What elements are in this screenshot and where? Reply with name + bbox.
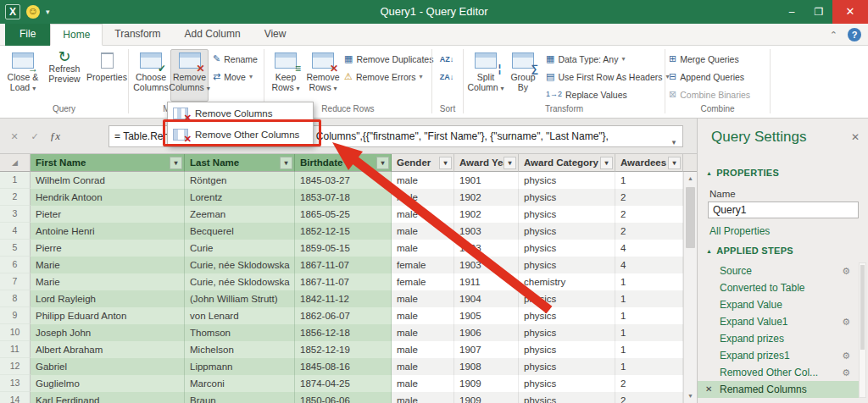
applied-step-source[interactable]: Source⚙ bbox=[698, 262, 860, 279]
remove-errors-button[interactable]: ⚠ Remove Errors ▾ bbox=[344, 69, 423, 85]
filter-dropdown-icon[interactable]: ▾ bbox=[668, 157, 681, 169]
table-cell[interactable]: Marie bbox=[31, 257, 185, 273]
table-cell[interactable]: Wilhelm Conrad bbox=[31, 172, 185, 189]
table-cell[interactable]: 1902 bbox=[454, 206, 519, 223]
refresh-preview-button[interactable]: ↻ Refresh Preview bbox=[44, 49, 85, 102]
table-cell[interactable]: 1 bbox=[615, 341, 683, 358]
table-cell[interactable]: 1867-11-07 bbox=[295, 257, 392, 273]
table-cell[interactable]: 1908 bbox=[454, 358, 519, 375]
applied-step-renamed-columns[interactable]: ✕Renamed Columns bbox=[698, 381, 860, 398]
table-cell[interactable]: Joseph John bbox=[31, 324, 185, 341]
table-cell[interactable]: 1906 bbox=[454, 324, 519, 341]
close-button[interactable]: ✕ bbox=[832, 0, 868, 24]
table-cell[interactable]: Karl Ferdinand bbox=[31, 392, 185, 403]
keep-rows-button[interactable]: ≡ Keep Rows ▾ bbox=[268, 49, 303, 102]
table-cell[interactable]: Thomson bbox=[185, 324, 295, 341]
replace-values-button[interactable]: 1→2 Replace Values bbox=[546, 86, 627, 102]
column-header-award-year[interactable]: Award Year▾ bbox=[454, 154, 519, 172]
row-number[interactable]: 10 bbox=[0, 324, 31, 341]
scroll-down-icon[interactable]: ▼ bbox=[684, 389, 697, 403]
row-number[interactable]: 13 bbox=[0, 375, 31, 392]
query-name-input[interactable] bbox=[708, 202, 859, 218]
table-cell[interactable]: physics bbox=[519, 223, 615, 240]
column-header-first-name[interactable]: First Name▾ bbox=[31, 154, 185, 172]
table-cell[interactable]: Lord Rayleigh bbox=[31, 290, 185, 307]
table-cell[interactable]: von Lenard bbox=[185, 307, 295, 324]
table-cell[interactable]: 1903 bbox=[454, 240, 519, 257]
table-cell[interactable]: Guglielmo bbox=[31, 375, 185, 392]
formula-fx-icon[interactable]: ƒx bbox=[47, 129, 63, 144]
table-cell[interactable]: 1911 bbox=[454, 273, 519, 290]
table-cell[interactable]: 1 bbox=[615, 307, 683, 324]
gear-icon[interactable]: ⚙ bbox=[842, 364, 850, 381]
data-type-button[interactable]: ▦ Data Type: Any ▾ bbox=[546, 51, 625, 67]
filter-dropdown-icon[interactable]: ▾ bbox=[280, 157, 292, 169]
row-number[interactable]: 7 bbox=[0, 273, 31, 290]
tab-view[interactable]: View bbox=[253, 24, 298, 46]
steps-scrollbar-thumb[interactable] bbox=[860, 265, 865, 350]
table-cell[interactable]: 1850-06-06 bbox=[295, 392, 392, 403]
column-header-birthdate[interactable]: Birthdate▾ bbox=[295, 154, 392, 172]
table-cell[interactable]: physics bbox=[519, 307, 615, 324]
table-cell[interactable]: 1 bbox=[615, 358, 683, 375]
table-cell[interactable]: male bbox=[392, 172, 454, 189]
table-cell[interactable]: physics bbox=[519, 257, 615, 273]
row-number[interactable]: 6 bbox=[0, 257, 31, 273]
table-cell[interactable]: male bbox=[392, 341, 454, 358]
table-cell[interactable]: Hendrik Antoon bbox=[31, 189, 185, 206]
table-cell[interactable]: 1845-08-16 bbox=[295, 358, 392, 375]
table-cell[interactable]: physics bbox=[519, 375, 615, 392]
table-cell[interactable]: Antoine Henri bbox=[31, 223, 185, 240]
filter-dropdown-icon[interactable]: ▾ bbox=[170, 157, 182, 169]
table-cell[interactable]: Curie, née Sklodowska bbox=[185, 273, 295, 290]
table-cell[interactable]: 1904 bbox=[454, 290, 519, 307]
table-cell[interactable]: male bbox=[392, 375, 454, 392]
table-cell[interactable]: 1 bbox=[615, 324, 683, 341]
maximize-button[interactable]: ❐ bbox=[805, 0, 832, 24]
row-number[interactable]: 1 bbox=[0, 172, 31, 189]
table-cell[interactable]: 1 bbox=[615, 172, 683, 189]
table-cell[interactable]: Pierre bbox=[31, 240, 185, 257]
table-cell[interactable]: 1842-11-12 bbox=[295, 290, 392, 307]
column-header-awardees[interactable]: Awardees▾ bbox=[615, 154, 683, 172]
delete-step-icon[interactable]: ✕ bbox=[705, 381, 712, 398]
table-cell[interactable]: male bbox=[392, 206, 454, 223]
table-cell[interactable]: 1853-07-18 bbox=[295, 189, 392, 206]
append-queries-button[interactable]: ⊟ Append Queries bbox=[669, 69, 744, 85]
table-cell[interactable]: Curie, née Sklodowska bbox=[185, 257, 295, 273]
table-cell[interactable]: male bbox=[392, 223, 454, 240]
column-header-award-category[interactable]: Award Category▾ bbox=[519, 154, 615, 172]
tab-add-column[interactable]: Add Column bbox=[173, 24, 253, 46]
table-cell[interactable]: 1902 bbox=[454, 189, 519, 206]
table-cell[interactable]: Gabriel bbox=[31, 358, 185, 375]
row-number[interactable]: 2 bbox=[0, 189, 31, 206]
table-cell[interactable]: 1874-04-25 bbox=[295, 375, 392, 392]
table-cell[interactable]: physics bbox=[519, 358, 615, 375]
table-cell[interactable]: 2 bbox=[615, 206, 683, 223]
table-cell[interactable]: Becquerel bbox=[185, 223, 295, 240]
applied-step-expand-value1[interactable]: Expand Value1⚙ bbox=[698, 313, 860, 330]
tab-transform[interactable]: Transform bbox=[103, 24, 172, 46]
steps-scrollbar[interactable] bbox=[859, 262, 866, 398]
table-cell[interactable]: 2 bbox=[615, 375, 683, 392]
table-cell[interactable]: 1903 bbox=[454, 257, 519, 273]
gear-icon[interactable]: ⚙ bbox=[842, 313, 850, 330]
table-cell[interactable]: Michelson bbox=[185, 341, 295, 358]
filter-dropdown-icon[interactable]: ▾ bbox=[439, 157, 452, 169]
table-cell[interactable]: 1862-06-07 bbox=[295, 307, 392, 324]
column-header-gender[interactable]: Gender▾ bbox=[392, 154, 454, 172]
table-cell[interactable]: 2 bbox=[615, 223, 683, 240]
table-cell[interactable]: 1867-11-07 bbox=[295, 273, 392, 290]
table-cell[interactable]: physics bbox=[519, 189, 615, 206]
table-cell[interactable]: Braun bbox=[185, 392, 295, 403]
table-cell[interactable]: Röntgen bbox=[185, 172, 295, 189]
table-cell[interactable]: physics bbox=[519, 324, 615, 341]
combine-binaries-button[interactable]: ⊠ Combine Binaries bbox=[669, 86, 750, 102]
table-cell[interactable]: Pieter bbox=[31, 206, 185, 223]
formula-check-icon[interactable]: ✓ bbox=[27, 129, 42, 144]
choose-columns-button[interactable]: ✓ Choose Columns bbox=[132, 49, 170, 102]
table-cell[interactable]: Marconi bbox=[185, 375, 295, 392]
tab-home[interactable]: Home bbox=[50, 24, 103, 46]
table-cell[interactable]: male bbox=[392, 307, 454, 324]
table-cell[interactable]: chemistry bbox=[519, 273, 615, 290]
